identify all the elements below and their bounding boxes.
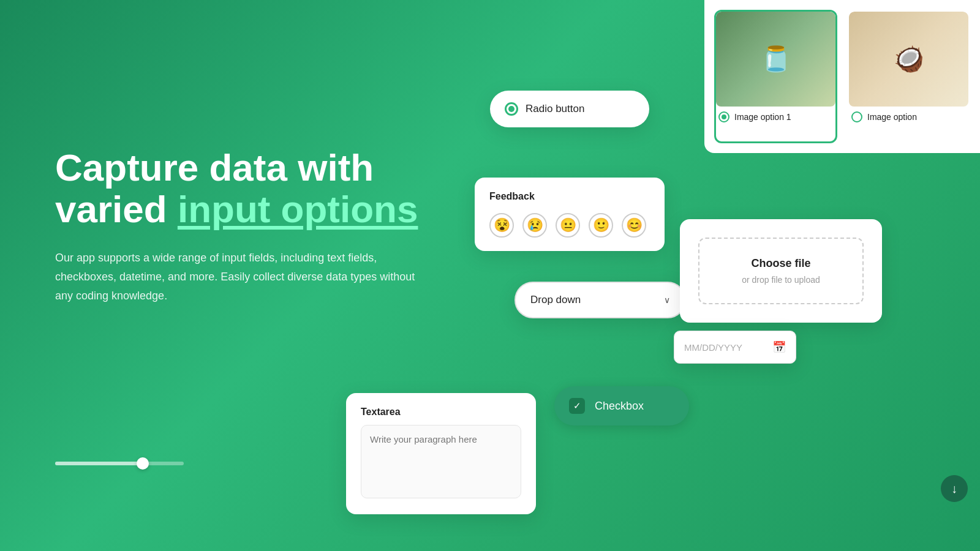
slider-track bbox=[55, 462, 184, 465]
radio-card[interactable]: Radio button bbox=[490, 91, 649, 127]
radio-dot bbox=[505, 102, 518, 116]
emoji-2[interactable]: 😢 bbox=[522, 213, 547, 238]
image-option-2-img: 🥥 bbox=[849, 12, 968, 107]
radio-label: Radio button bbox=[526, 103, 584, 115]
file-upload-title: Choose file bbox=[712, 257, 850, 270]
option-radio-1-inner bbox=[722, 114, 726, 119]
image-option-2[interactable]: 🥥 Image option bbox=[847, 10, 970, 143]
hero-title-line2: varied bbox=[55, 188, 178, 230]
checkbox-label: Checkbox bbox=[595, 400, 644, 413]
textarea-title: Textarea bbox=[361, 407, 521, 418]
chevron-down-icon: ∨ bbox=[664, 295, 670, 305]
option-radio-1 bbox=[718, 111, 729, 122]
scroll-down-button[interactable]: ↓ bbox=[941, 475, 968, 502]
hero-description: Our app supports a wide range of input f… bbox=[55, 249, 435, 305]
feedback-card: Feedback 😵 😢 😐 🙂 😊 bbox=[475, 178, 665, 251]
scroll-icon: ↓ bbox=[951, 482, 957, 496]
emoji-3[interactable]: 😐 bbox=[556, 213, 580, 238]
image-option-1[interactable]: 🫙 Image option 1 bbox=[714, 10, 837, 143]
textarea-input[interactable] bbox=[361, 425, 521, 498]
hero-section: Capture data with varied input options O… bbox=[55, 147, 484, 305]
file-upload-card[interactable]: Choose file or drop file to upload bbox=[680, 219, 882, 323]
dropdown-label: Drop down bbox=[530, 294, 581, 306]
date-placeholder: MM/DD/YYYY bbox=[684, 342, 742, 353]
check-icon: ✓ bbox=[573, 400, 581, 411]
image-option-1-text: Image option 1 bbox=[734, 112, 791, 122]
slider-fill bbox=[55, 462, 143, 465]
image-option-2-text: Image option bbox=[867, 112, 917, 122]
image-option-2-label: Image option bbox=[849, 111, 968, 122]
emoji-5[interactable]: 😊 bbox=[622, 213, 646, 238]
checkbox-box: ✓ bbox=[569, 398, 585, 414]
file-upload-subtitle: or drop file to upload bbox=[712, 275, 850, 285]
emoji-4[interactable]: 🙂 bbox=[589, 213, 613, 238]
hero-title: Capture data with varied input options bbox=[55, 147, 484, 230]
file-drop-zone[interactable]: Choose file or drop file to upload bbox=[698, 238, 864, 304]
slider-thumb[interactable] bbox=[137, 457, 149, 470]
emoji-row: 😵 😢 😐 🙂 😊 bbox=[489, 213, 650, 238]
image-option-1-label: Image option 1 bbox=[716, 111, 835, 122]
radio-dot-inner bbox=[508, 106, 514, 112]
option-radio-2 bbox=[851, 111, 862, 122]
date-input-card[interactable]: MM/DD/YYYY 📅 bbox=[674, 331, 796, 364]
calendar-icon: 📅 bbox=[772, 340, 786, 354]
checkbox-card[interactable]: ✓ Checkbox bbox=[554, 386, 689, 425]
dropdown-card[interactable]: Drop down ∨ bbox=[514, 282, 686, 318]
feedback-title: Feedback bbox=[489, 191, 650, 202]
hero-title-line1: Capture data with bbox=[55, 146, 374, 189]
emoji-1[interactable]: 😵 bbox=[489, 213, 514, 238]
image-options-container: 🫙 Image option 1 🥥 Image option bbox=[704, 0, 980, 153]
slider-container[interactable] bbox=[55, 462, 184, 465]
hero-title-highlight: input options bbox=[178, 188, 418, 230]
image-option-1-img: 🫙 bbox=[716, 12, 835, 107]
textarea-card: Textarea bbox=[346, 393, 536, 514]
